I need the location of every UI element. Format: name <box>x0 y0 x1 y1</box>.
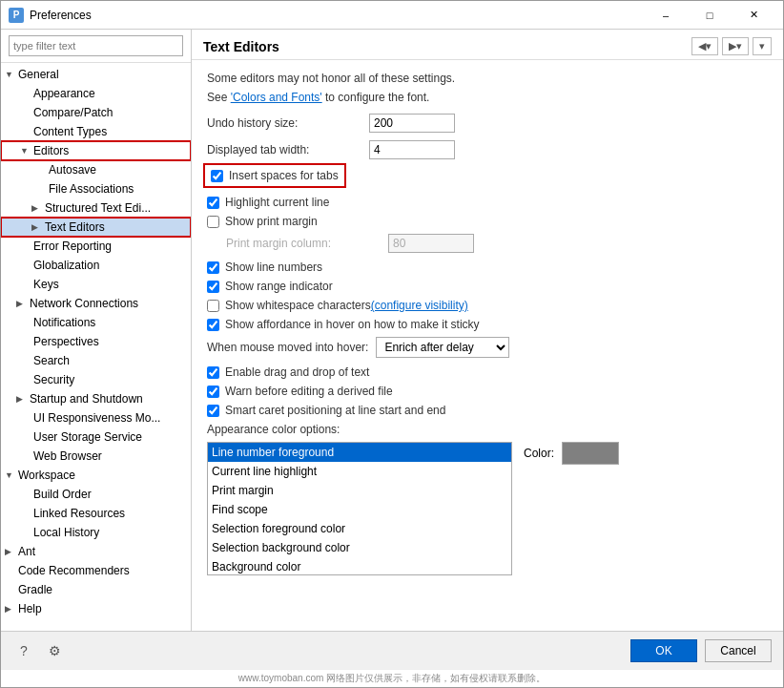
tree-item-notifications[interactable]: Notifications <box>1 313 191 332</box>
tree-item-startup-shutdown[interactable]: ▶ Startup and Shutdown <box>1 389 191 408</box>
filter-input[interactable] <box>9 35 183 56</box>
tree-item-compare-patch[interactable]: Compare/Patch <box>1 103 191 122</box>
spacer <box>20 375 31 385</box>
insert-spaces-label[interactable]: Insert spaces for tabs <box>207 167 342 184</box>
tree-item-linked-resources[interactable]: Linked Resources <box>1 504 191 523</box>
list-item-current-line-highlight[interactable]: Current line highlight <box>208 462 511 481</box>
list-item-find-scope[interactable]: Find scope <box>208 500 511 519</box>
maximize-button[interactable]: □ <box>688 1 732 30</box>
tree-item-perspectives[interactable]: Perspectives <box>1 332 191 351</box>
tree-label: Keys <box>33 278 59 291</box>
tree-item-help[interactable]: ▶ Help <box>1 599 191 618</box>
forward-button[interactable]: ▶▾ <box>722 37 749 55</box>
tree-item-local-history[interactable]: Local History <box>1 523 191 542</box>
warn-derived-row: Warn before editing a derived file <box>207 385 768 398</box>
appearance-listbox[interactable]: Line number foreground Current line high… <box>207 442 512 575</box>
view-menu-button[interactable]: ▾ <box>753 37 772 55</box>
show-print-margin-checkbox[interactable] <box>207 216 219 228</box>
tree-item-appearance[interactable]: Appearance <box>1 84 191 103</box>
tab-width-row: Displayed tab width: <box>207 140 768 159</box>
list-item-selection-fg[interactable]: Selection foreground color <box>208 519 511 538</box>
tree-item-general[interactable]: ▼ General <box>1 65 191 84</box>
tree-label: Workspace <box>18 469 75 482</box>
tree-item-keys[interactable]: Keys <box>1 275 191 294</box>
tree-item-user-storage[interactable]: User Storage Service <box>1 427 191 447</box>
warn-derived-checkbox[interactable] <box>207 386 219 398</box>
tree-item-security[interactable]: Security <box>1 370 191 389</box>
minimize-button[interactable]: – <box>644 1 688 30</box>
spacer <box>35 165 47 175</box>
tree-item-file-associations[interactable]: File Associations <box>1 179 191 198</box>
spacer <box>20 490 31 499</box>
help-icon-button[interactable]: ? <box>12 639 35 662</box>
hover-dropdown[interactable]: Enrich after delay Enrich immediately Ne… <box>376 337 509 358</box>
close-button[interactable]: ✕ <box>732 1 775 30</box>
enable-drag-drop-row: Enable drag and drop of text <box>207 365 768 379</box>
list-item-line-number-fg[interactable]: Line number foreground <box>208 443 511 462</box>
tree-item-ui-responsiveness[interactable]: UI Responsiveness Mo... <box>1 408 191 427</box>
show-affordance-checkbox[interactable] <box>207 319 219 331</box>
tree-label: Build Order <box>33 488 92 501</box>
spacer <box>20 509 31 518</box>
tree-item-text-editors[interactable]: ▶ Text Editors <box>1 218 191 237</box>
tree-label: Content Types <box>33 125 107 138</box>
tree-item-web-browser[interactable]: Web Browser <box>1 447 191 466</box>
print-margin-input[interactable] <box>388 234 474 253</box>
enable-drag-drop-checkbox[interactable] <box>207 366 219 379</box>
tab-width-input[interactable] <box>369 140 455 159</box>
highlight-line-checkbox[interactable] <box>207 197 219 209</box>
tree-label: Globalization <box>33 259 99 272</box>
tree-label: Gradle <box>18 583 52 596</box>
tree-item-structured-text[interactable]: ▶ Structured Text Edi... <box>1 198 191 218</box>
tree-item-ant[interactable]: ▶ Ant <box>1 542 191 561</box>
filter-box <box>1 30 191 63</box>
settings-icon-button[interactable]: ⚙ <box>43 639 66 662</box>
color-swatch[interactable] <box>562 442 619 465</box>
spacer <box>20 108 31 117</box>
tree-item-search[interactable]: Search <box>1 351 191 370</box>
tree-item-network-connections[interactable]: ▶ Network Connections <box>1 294 191 313</box>
arrow-icon: ▼ <box>20 146 31 156</box>
tree-label: Local History <box>33 526 99 539</box>
tree-item-editors[interactable]: ▼ Editors <box>1 141 191 160</box>
insert-spaces-text: Insert spaces for tabs <box>229 169 339 182</box>
tree-item-content-types[interactable]: Content Types <box>1 122 191 141</box>
insert-spaces-wrapper: Insert spaces for tabs <box>207 167 768 190</box>
tree-label: Security <box>33 373 74 386</box>
insert-spaces-checkbox[interactable] <box>211 170 223 182</box>
tree-label: Network Connections <box>30 297 138 310</box>
show-range-indicator-text: Show range indicator <box>225 280 333 293</box>
colors-fonts-link[interactable]: 'Colors and Fonts' <box>231 91 322 104</box>
back-button[interactable]: ◀▾ <box>691 37 718 55</box>
show-range-indicator-checkbox[interactable] <box>207 281 219 293</box>
arrow-icon: ▶ <box>16 394 28 404</box>
smart-caret-checkbox[interactable] <box>207 405 219 417</box>
info-text-see: See <box>207 91 231 104</box>
arrow-icon: ▶ <box>31 222 43 232</box>
ok-button[interactable]: OK <box>630 639 697 662</box>
warn-derived-text: Warn before editing a derived file <box>225 385 393 398</box>
tree-item-gradle[interactable]: Gradle <box>1 580 191 599</box>
configure-visibility-link[interactable]: (configure visibility) <box>371 299 468 312</box>
arrow-icon: ▼ <box>5 470 16 480</box>
tree-label: File Associations <box>49 182 134 196</box>
cancel-button[interactable]: Cancel <box>705 639 772 662</box>
list-item-selection-bg[interactable]: Selection background color <box>208 538 511 557</box>
list-item-print-margin[interactable]: Print margin <box>208 481 511 500</box>
tree-item-build-order[interactable]: Build Order <box>1 485 191 504</box>
tree-label: User Storage Service <box>33 430 142 444</box>
list-item-background-color[interactable]: Background color <box>208 557 511 575</box>
right-body: Some editors may not honor all of these … <box>192 60 783 631</box>
show-whitespace-checkbox[interactable] <box>207 300 219 312</box>
tree-item-globalization[interactable]: Globalization <box>1 256 191 275</box>
info-text-b: to configure the font. <box>322 91 430 104</box>
highlight-line-text: Highlight current line <box>225 196 329 209</box>
show-line-numbers-checkbox[interactable] <box>207 261 219 274</box>
tree-item-autosave[interactable]: Autosave <box>1 160 191 179</box>
tree-item-code-recommenders[interactable]: Code Recommenders <box>1 561 191 580</box>
show-whitespace-row: Show whitespace characters (configure vi… <box>207 299 768 312</box>
left-panel: ▼ General Appearance Compare/Patch Conte… <box>1 30 192 631</box>
tree-item-workspace[interactable]: ▼ Workspace <box>1 466 191 485</box>
undo-input[interactable] <box>369 114 455 133</box>
tree-item-error-reporting[interactable]: Error Reporting <box>1 237 191 256</box>
